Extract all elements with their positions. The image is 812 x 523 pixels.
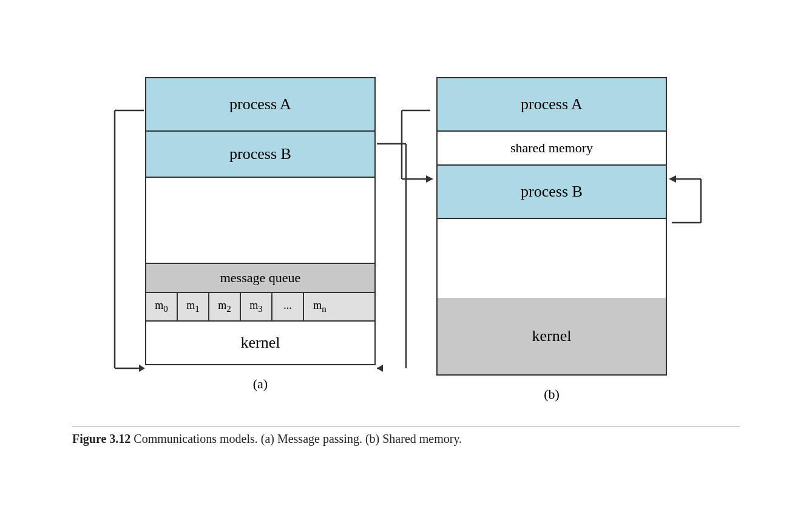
diagram-b-label: (b): [544, 386, 560, 402]
diagram-b-outer: process A shared memory process B kernel: [436, 77, 667, 376]
svg-marker-3: [139, 365, 145, 372]
message-queue-section: message queue m0 m1 m2 m3 ... mn: [146, 263, 374, 322]
arrows-left-a: [103, 77, 145, 405]
svg-marker-11: [426, 175, 433, 183]
cell-m3: m3: [241, 293, 272, 320]
cell-m0: m0: [146, 293, 178, 320]
shared-memory-block: shared memory: [438, 132, 666, 166]
diagrams-row: process A process B message queue m0 m1 …: [145, 77, 667, 402]
cell-m2: m2: [209, 293, 241, 320]
process-b-block-b: process B: [438, 166, 666, 219]
diagram-b-wrapper: process A shared memory process B kernel: [436, 77, 667, 402]
empty-space-a: [146, 178, 374, 263]
message-cells-row: m0 m1 m2 m3 ... mn: [146, 293, 374, 322]
process-b-block: process B: [146, 132, 374, 178]
process-a-block-b: process A: [438, 78, 666, 132]
process-a-block: process A: [146, 78, 374, 132]
empty-space-b: [438, 219, 666, 298]
memory-box-a: process A process B message queue m0 m1 …: [145, 77, 376, 365]
svg-marker-7: [377, 365, 383, 372]
arrows-right-a: [376, 77, 418, 405]
arrows-right-b: [667, 77, 712, 405]
memory-box-b: process A shared memory process B kernel: [436, 77, 667, 376]
diagram-a-label: (a): [253, 376, 268, 392]
arrows-left-b: [391, 77, 436, 405]
page-container: process A process B message queue m0 m1 …: [42, 77, 770, 446]
diagram-a-wrapper: process A process B message queue m0 m1 …: [145, 77, 376, 392]
figure-caption-bold: Figure 3.12: [72, 432, 130, 445]
svg-marker-15: [669, 175, 676, 183]
message-queue-label: message queue: [146, 264, 374, 293]
kernel-block-a: kernel: [146, 322, 374, 364]
diagram-a-outer: process A process B message queue m0 m1 …: [145, 77, 376, 365]
cell-dots: ...: [272, 293, 304, 320]
figure-caption-text: Communications models. (a) Message passi…: [130, 432, 462, 445]
figure-caption: Figure 3.12 Communications models. (a) M…: [72, 427, 740, 446]
kernel-block-b: kernel: [438, 298, 666, 374]
cell-m1: m1: [178, 293, 209, 320]
cell-mn: mn: [304, 293, 336, 320]
